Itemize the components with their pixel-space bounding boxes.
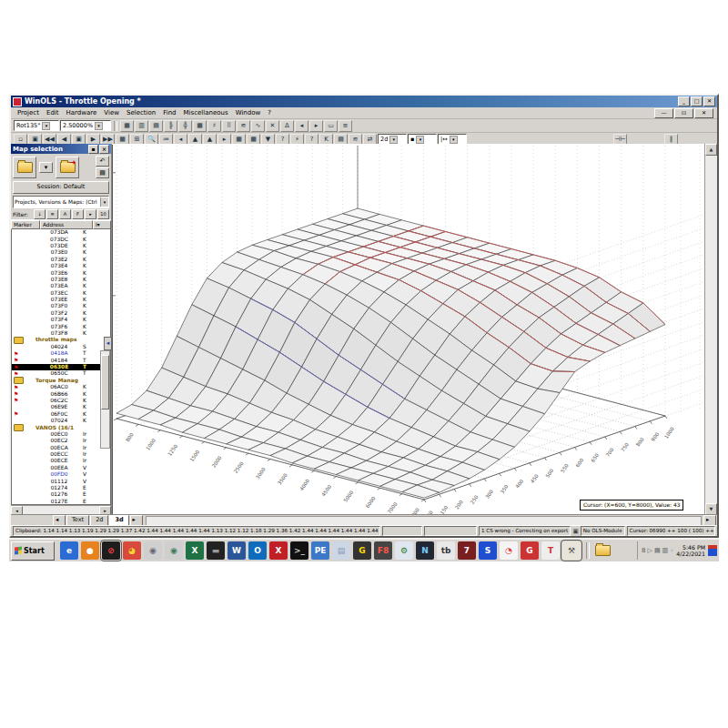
map-list-item[interactable]: ⚑06AC0K: [12, 384, 110, 390]
tree-mode-dropdown[interactable]: Projects, Versions & Maps: (Ctrl ▾: [13, 196, 109, 208]
filter-button-3[interactable]: F: [72, 209, 84, 219]
toolbar-icon-r1-14[interactable]: ▭: [324, 120, 338, 132]
minimize-icon[interactable]: _: [678, 96, 690, 106]
taskbar-icon-active-app-winols[interactable]: ⊘: [102, 541, 120, 560]
menu-selection[interactable]: Selection: [123, 109, 159, 116]
column-type[interactable]: I▾: [93, 220, 111, 229]
map-list-item[interactable]: 00EC2Ir: [12, 438, 110, 444]
filter-button-2[interactable]: A: [59, 209, 71, 219]
hscroll-track[interactable]: [146, 516, 702, 526]
panel-collapse-handle[interactable]: ◂: [104, 337, 112, 350]
tray-icon-4[interactable]: ◦: [670, 547, 673, 554]
map-list-item[interactable]: ⚑04184T: [12, 357, 110, 363]
filter-button-1[interactable]: ≡: [46, 209, 58, 219]
menu-hardware[interactable]: Hardware: [63, 109, 101, 116]
import-map-button[interactable]: ➜: [56, 157, 79, 178]
toolbar-icon-r1-11[interactable]: Δ: [280, 120, 294, 132]
taskbar-icon-flash-app[interactable]: F8: [374, 541, 392, 560]
chart-vscrollbar[interactable]: ▲ ▼: [704, 144, 717, 515]
toolbar-icon-r1-4[interactable]: ╬: [178, 120, 192, 132]
map-list-item[interactable]: ⚑06B66K: [12, 390, 110, 397]
map-list-item[interactable]: 073E4K: [12, 263, 110, 269]
taskbar-icon-gears-app[interactable]: ⚙: [395, 541, 413, 560]
map-list-item[interactable]: 00EC0Ir: [12, 431, 110, 438]
map-list-item[interactable]: 073F4K: [12, 317, 110, 323]
menu-view[interactable]: View: [100, 109, 123, 116]
open-map-dropdown[interactable]: ▾: [39, 162, 53, 173]
map-list-item[interactable]: 073E0K: [12, 249, 110, 256]
taskbar-icon-t-app[interactable]: T: [541, 541, 560, 560]
map-list-item[interactable]: 00EEAV: [12, 465, 110, 471]
map-list-item[interactable]: 073F2K: [12, 310, 110, 317]
taskbar-icon-media-player[interactable]: ●: [81, 541, 99, 560]
toolbar-icon-r1-10[interactable]: ✕: [266, 120, 279, 132]
filter-button-4[interactable]: ▸: [85, 209, 96, 219]
tray-icon-1[interactable]: ▷: [647, 547, 652, 554]
map-list-item[interactable]: 073DEK: [12, 243, 110, 249]
filter-button-5[interactable]: 10: [97, 209, 109, 219]
toolbar-icon-r1-13[interactable]: ▸: [309, 120, 323, 132]
map-list-item[interactable]: 073E8K: [12, 277, 110, 283]
chevron-down-icon[interactable]: ▾: [42, 122, 50, 130]
map-list-item[interactable]: 073DAK: [12, 229, 110, 236]
toolbar-icon-r1-9[interactable]: ∿: [251, 120, 265, 132]
map-list-item[interactable]: ⚑0630ET: [12, 364, 110, 370]
toolbar-icon-r1-7[interactable]: ⠿: [222, 120, 236, 132]
map-folder-row[interactable]: throttle maps: [12, 337, 110, 343]
undo-button[interactable]: ↶: [96, 156, 109, 167]
taskbar-icon-wrench-tool[interactable]: ⚒: [562, 541, 581, 560]
taskbar-icon-gray-app-1[interactable]: ◉: [144, 541, 162, 560]
taskbar-icon-adobe-app[interactable]: X: [269, 541, 288, 560]
map-folder-row[interactable]: VANOS (16/1: [12, 424, 110, 430]
map-3d-view[interactable]: 7014060080010001250150020002500300035004…: [112, 144, 717, 515]
menu-window[interactable]: Window: [232, 109, 265, 116]
taskbar-icon-tb-app[interactable]: tb: [437, 541, 455, 560]
map-list-item[interactable]: ⚑0418AT: [12, 350, 110, 357]
filter-button-0[interactable]: ↓: [34, 209, 46, 219]
map-list-item[interactable]: 073E2K: [12, 257, 110, 263]
close-icon[interactable]: ×: [99, 145, 109, 154]
taskbar-icon-internet-explorer[interactable]: e: [60, 541, 78, 560]
taskbar-icon-sevenzip[interactable]: 7: [458, 541, 476, 560]
chevron-down-icon[interactable]: ▾: [100, 197, 108, 207]
taskbar-icon-tuner-app[interactable]: G: [353, 541, 371, 560]
map-list-item[interactable]: ⚑06C2CK: [12, 398, 110, 404]
menu-project[interactable]: Project: [14, 109, 43, 116]
menu-edit[interactable]: Edit: [43, 109, 63, 116]
toolbar-icon-r1-5[interactable]: ▦: [193, 120, 207, 132]
pin-icon[interactable]: ▪: [88, 145, 98, 154]
map-list-item[interactable]: 073F0K: [12, 303, 110, 309]
taskbar-icon-chrome[interactable]: ◕: [123, 541, 141, 560]
taskbar-icon-wallet-app[interactable]: ▬: [207, 541, 225, 560]
column-marker[interactable]: Marker: [11, 220, 40, 229]
menu-miscellaneous[interactable]: Miscellaneous: [180, 109, 232, 116]
toolbar-icon-r1-6[interactable]: ♯: [207, 120, 221, 132]
map-list-item[interactable]: 01276E: [12, 491, 110, 498]
map-list-item[interactable]: 00ECAIr: [12, 445, 110, 451]
title-bar[interactable]: WinOLS - Throttle Opening * _□✕: [11, 96, 717, 107]
map-list-item[interactable]: 073EEK: [12, 297, 110, 303]
toolbar-icon-r1-2[interactable]: ▤: [149, 120, 163, 132]
open-map-button[interactable]: [13, 157, 36, 178]
close-icon[interactable]: ✕: [703, 96, 715, 106]
tray-icon-3[interactable]: ▥: [662, 547, 669, 554]
zoom-combo[interactable]: 2.50000%▾: [60, 120, 111, 131]
column-address[interactable]: Address: [40, 220, 93, 229]
scrollbar-thumb[interactable]: [101, 355, 109, 410]
taskbar-icon-excel[interactable]: X: [186, 541, 204, 560]
chevron-down-icon[interactable]: ▾: [95, 122, 103, 130]
map-list-item[interactable]: ⚑06F0CK: [12, 411, 110, 418]
map-list-item[interactable]: 073F6K: [12, 323, 110, 329]
map-list-item[interactable]: 073DCK: [12, 236, 110, 242]
map-list-item[interactable]: 073EAK: [12, 283, 110, 289]
map-list-item[interactable]: 00FD0V: [12, 471, 110, 478]
taskbar-icon-notes-app[interactable]: ▤: [332, 541, 350, 560]
toolbar-icon-r1-12[interactable]: ◂: [295, 120, 308, 132]
map-list-item[interactable]: 04024S: [12, 344, 110, 350]
panel-title-bar[interactable]: Map selection ▪ ×: [11, 144, 111, 154]
child-minimize-icon[interactable]: —: [654, 108, 673, 118]
tray-icon-0[interactable]: 8: [642, 547, 645, 554]
menu-find[interactable]: Find: [159, 109, 179, 116]
map-list-item[interactable]: 00ECCIr: [12, 451, 110, 458]
start-button[interactable]: Start: [11, 541, 55, 561]
